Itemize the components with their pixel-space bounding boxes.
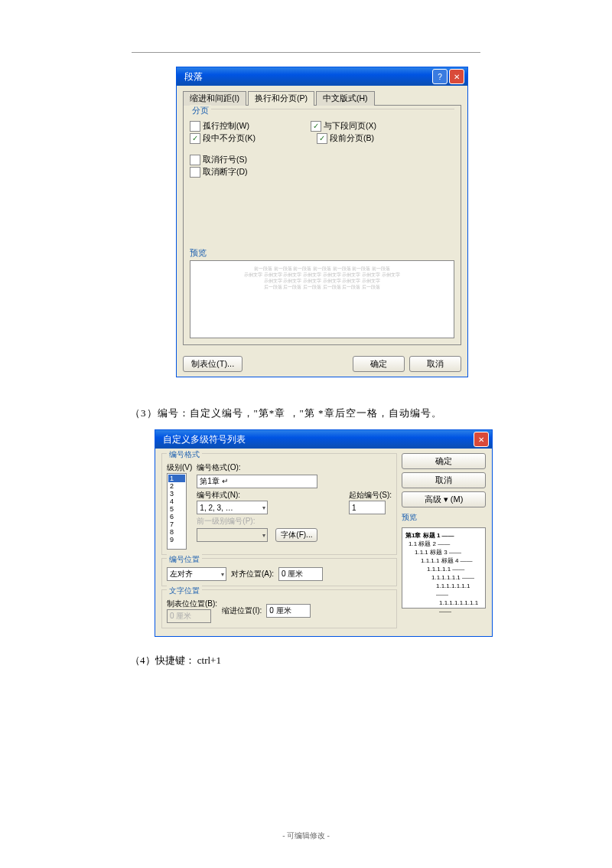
indentpos-label: 缩进位置(I):: [222, 605, 262, 616]
cb-noline[interactable]: 取消行号(S): [190, 155, 247, 165]
alignpos-label: 对齐位置(A):: [231, 569, 274, 579]
paragraph-dialog: 段落 ? ✕ 缩进和间距(I) 换行和分页(P) 中文版式(H) 分页 孤行控制…: [176, 67, 468, 377]
preview-label: 预览: [190, 247, 454, 259]
cancel-button-2[interactable]: 取消: [402, 472, 486, 488]
outline-dialog: 自定义多级符号列表 ✕ 编号格式 级别(V) 1 2 3 4 5 6: [155, 429, 493, 637]
tabpos-label: 制表位位置(B):: [167, 599, 217, 609]
text-line-3: （3）编号：自定义编号，"第*章 ，"第 *章后空一格，自动编号。: [130, 406, 482, 420]
advanced-button[interactable]: 高级 ▾ (M): [402, 491, 486, 507]
footer-text: - 可编辑修改 -: [0, 830, 612, 841]
dialog-title: 段落: [180, 70, 431, 83]
dialog2-title: 自定义多级符号列表: [158, 433, 472, 446]
level-label: 级别(V): [167, 462, 192, 473]
cb-keeptogether[interactable]: ✓段中不分页(K): [190, 133, 256, 144]
preview-box: 前一段落 前一段落 前一段落 前一段落 前一段落 前一段落 前一段落 示例文字 …: [190, 260, 454, 338]
tab-chinese[interactable]: 中文版式(H): [316, 91, 375, 106]
level-list[interactable]: 1 2 3 4 5 6 7 8 9: [167, 473, 187, 550]
ok-button[interactable]: 确定: [353, 356, 405, 372]
fmt-input[interactable]: 第1章 ↵: [197, 475, 317, 488]
tab-indent[interactable]: 缩进和间距(I): [183, 91, 246, 106]
tab-linebreak[interactable]: 换行和分页(P): [248, 91, 314, 106]
preview2-box: 第1章 标题 1 —— 1.1 标题 2 —— 1.1.1 标题 3 —— 1.…: [402, 527, 486, 609]
tabpos-spinner: 0 厘米: [167, 609, 211, 623]
group-pagination: 分页: [190, 105, 211, 116]
text-line-4: （4）快捷键： ctrl+1: [130, 654, 482, 667]
divider: [132, 52, 480, 53]
group-textpos: 文字位置: [167, 586, 202, 596]
cb-pagebreak[interactable]: ✓段前分页(B): [317, 133, 374, 144]
prev-level-label: 前一级别编号(P):: [197, 516, 392, 527]
indentpos-spinner[interactable]: 0 厘米: [266, 604, 311, 618]
cb-orphan[interactable]: 孤行控制(W): [190, 121, 249, 132]
help-icon[interactable]: ?: [432, 69, 448, 84]
titlebar-2: 自定义多级符号列表 ✕: [155, 430, 492, 449]
style-dropdown[interactable]: 1, 2, 3, …: [197, 501, 268, 514]
start-spinner[interactable]: 1: [349, 501, 386, 514]
fmt-label: 编号格式(O):: [197, 462, 392, 473]
cb-keepnext[interactable]: ✓与下段同页(X): [311, 121, 376, 132]
style-label: 编号样式(N):: [197, 491, 240, 499]
align-dropdown[interactable]: 左对齐: [167, 567, 226, 581]
preview2-label: 预览: [402, 512, 486, 523]
ok-button-2[interactable]: 确定: [402, 453, 486, 469]
group-numpos: 编号位置: [167, 554, 202, 565]
tabstops-button[interactable]: 制表位(T)...: [183, 356, 243, 372]
alignpos-spinner[interactable]: 0 厘米: [278, 567, 323, 581]
cancel-button[interactable]: 取消: [409, 356, 461, 372]
start-label: 起始编号(S):: [349, 491, 392, 499]
close-icon-2[interactable]: ✕: [474, 432, 489, 447]
font-button[interactable]: 字体(F)...: [275, 528, 317, 542]
close-icon[interactable]: ✕: [449, 69, 464, 84]
prev-dropdown: [197, 528, 268, 542]
group-format: 编号格式: [167, 449, 202, 460]
titlebar: 段落 ? ✕: [177, 67, 467, 86]
cb-nohyph[interactable]: 取消断字(D): [190, 167, 248, 178]
